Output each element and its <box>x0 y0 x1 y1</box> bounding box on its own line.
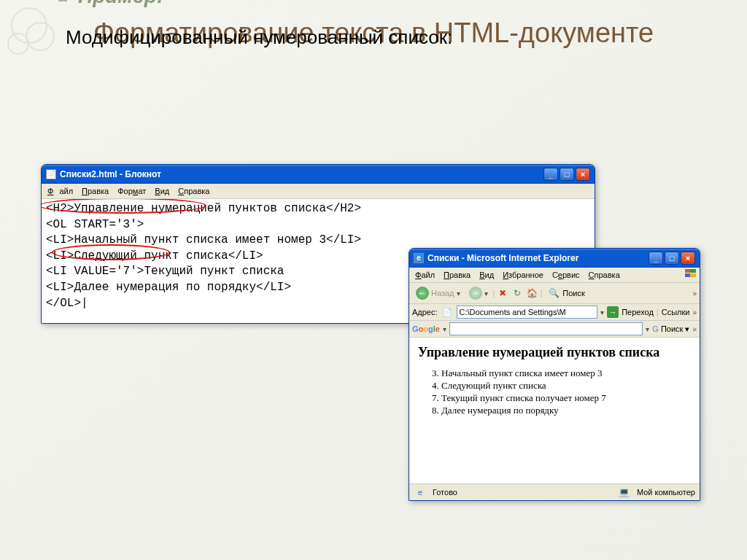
back-label: Назад <box>431 289 454 298</box>
go-label[interactable]: Переход <box>622 308 654 316</box>
ie-app-icon: e <box>414 253 424 263</box>
windows-flag-icon <box>685 269 697 279</box>
notepad-menubar: Файл Правка Формат Вид Справка <box>42 184 595 199</box>
minimize-button[interactable]: _ <box>543 168 558 181</box>
address-label: Адрес: <box>412 308 438 316</box>
google-search-label[interactable]: G Поиск ▾ <box>652 324 689 334</box>
back-button[interactable]: ← Назад ▾ <box>412 284 464 302</box>
code-line: <OL START='3'> <box>46 217 590 233</box>
ie-status-bar: e Готово 💻 Мой компьютер <box>409 483 700 500</box>
forward-arrow-icon: → <box>469 287 482 300</box>
status-ready: Готово <box>433 488 457 497</box>
menu-format[interactable]: Формат <box>115 185 149 197</box>
address-input[interactable] <box>457 306 598 319</box>
chevron-down-icon: ▾ <box>484 289 488 298</box>
ie-status-icon: e <box>414 486 427 499</box>
numbered-list: Начальный пункт списка имеет номер 3 Сле… <box>425 368 691 416</box>
status-zone: Мой компьютер <box>637 488 695 497</box>
list-item: Далее нумерация по порядку <box>441 405 691 416</box>
chevron-down-icon[interactable]: ▾ <box>646 325 649 333</box>
menu-edit[interactable]: Правка <box>441 269 473 281</box>
example-label: Пример: <box>58 0 747 8</box>
list-item: Начальный пункт списка имеет номер 3 <box>441 368 691 379</box>
overflow-icon[interactable]: » <box>692 289 697 298</box>
search-button[interactable]: 🔍 Поиск <box>543 284 588 302</box>
search-icon: 🔍 <box>547 287 560 300</box>
google-search-input[interactable] <box>449 322 643 335</box>
example-label-text: Пример: <box>78 0 163 7</box>
notepad-app-icon: 📄 <box>46 169 56 179</box>
menu-favorites[interactable]: Избранное <box>500 269 546 281</box>
maximize-button[interactable]: □ <box>665 252 679 265</box>
google-logo[interactable]: Google <box>412 324 440 333</box>
page-heading: Управление нумерацией пунктов списка <box>418 345 691 360</box>
bullet-icon <box>58 0 67 1</box>
menu-view[interactable]: Вид <box>476 269 497 281</box>
ie-title-text: Списки - Microsoft Internet Explorer <box>427 253 578 263</box>
ie-page-content: Управление нумерацией пунктов списка Нач… <box>409 338 700 483</box>
code-line: <LI>Начальный пункт списка имеет номер 3… <box>46 233 590 249</box>
menu-help[interactable]: Справка <box>175 185 212 197</box>
maximize-button[interactable]: □ <box>560 168 574 181</box>
notepad-title-text: Списки2.html - Блокнот <box>60 169 161 179</box>
code-line: <H2>Управление нумерацией пунктов списка… <box>46 201 590 217</box>
page-icon: 📄 <box>441 306 454 319</box>
forward-button[interactable]: → ▾ <box>465 284 492 302</box>
computer-icon: 💻 <box>618 486 631 499</box>
chevron-down-icon[interactable]: ▾ <box>443 325 446 333</box>
close-button[interactable]: × <box>576 168 590 181</box>
notepad-titlebar[interactable]: 📄 Списки2.html - Блокнот _ □ × <box>42 165 595 184</box>
list-item: Текущий пункт списка получает номер 7 <box>441 392 691 404</box>
overflow-icon[interactable]: » <box>692 308 697 316</box>
ie-nav-toolbar: ← Назад ▾ → ▾ | ✖ ↻ 🏠 | 🔍 Поиск » <box>409 283 700 304</box>
ie-address-bar: Адрес: 📄 ▾ → Переход | Ссылки » <box>409 304 700 321</box>
menu-file[interactable]: Файл <box>412 269 438 281</box>
go-icon[interactable]: → <box>607 306 619 318</box>
menu-help[interactable]: Справка <box>586 269 623 281</box>
refresh-icon[interactable]: ↻ <box>511 287 524 300</box>
back-arrow-icon: ← <box>416 287 429 300</box>
close-button[interactable]: × <box>681 252 695 265</box>
links-label[interactable]: Ссылки <box>662 308 690 316</box>
menu-tools[interactable]: Сервис <box>549 269 583 281</box>
list-item: Следующий пункт списка <box>441 380 691 392</box>
overflow-icon[interactable]: » <box>692 325 697 333</box>
ie-menubar: Файл Правка Вид Избранное Сервис Справка <box>409 268 700 283</box>
menu-edit[interactable]: Правка <box>79 185 112 197</box>
stop-icon[interactable]: ✖ <box>496 287 509 300</box>
home-icon[interactable]: 🏠 <box>525 287 538 300</box>
google-toolbar: Google ▾ ▾ G Поиск ▾ » <box>409 321 700 338</box>
ie-window: e Списки - Microsoft Internet Explorer _… <box>409 248 700 501</box>
minimize-button[interactable]: _ <box>649 252 663 265</box>
chevron-down-icon[interactable]: ▾ <box>600 308 604 316</box>
menu-view[interactable]: Вид <box>152 185 172 197</box>
ie-titlebar[interactable]: e Списки - Microsoft Internet Explorer _… <box>409 249 700 268</box>
search-label: Поиск <box>562 289 584 298</box>
chevron-down-icon: ▾ <box>457 289 460 298</box>
menu-file[interactable]: Файл <box>44 185 76 197</box>
